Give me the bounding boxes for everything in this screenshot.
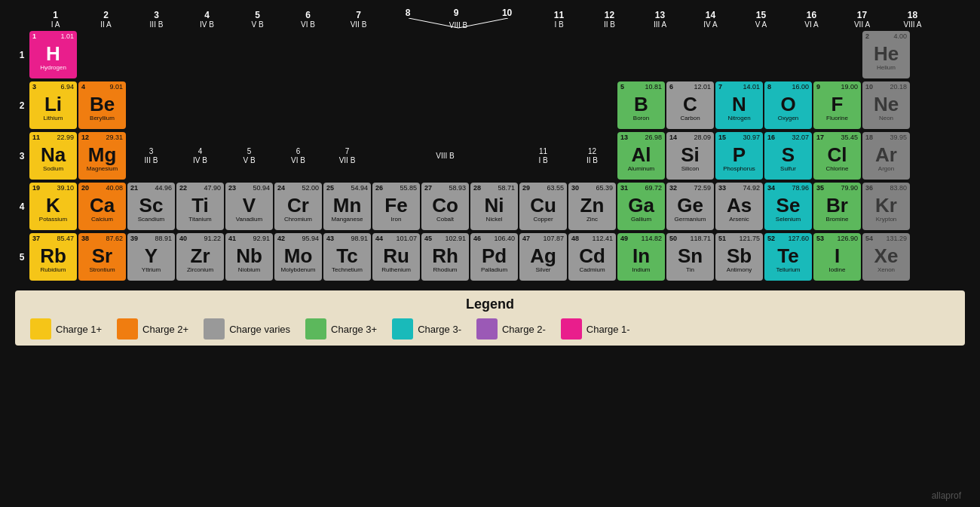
empty <box>372 31 420 78</box>
empty <box>568 31 616 78</box>
element-Br[interactable]: 3579.90 BrBromine <box>813 183 861 230</box>
empty <box>568 81 616 129</box>
group-header-13: 13 III A <box>635 10 684 29</box>
element-Sr[interactable]: 3887.62 SrStrontium <box>78 233 126 281</box>
element-Ag[interactable]: 47107.87 AgSilver <box>519 233 567 281</box>
empty <box>225 81 273 129</box>
legend-title: Legend <box>30 297 950 312</box>
element-As[interactable]: 3374.92 AsArsenic <box>715 183 763 230</box>
element-Rb[interactable]: 3785.47 RbRubidium <box>29 233 77 281</box>
group-label-ivb: 4IV B <box>176 132 224 180</box>
group-header-15: 15 V A <box>737 10 786 29</box>
group-header-7: 7 VII B <box>334 10 383 29</box>
empty <box>519 81 567 129</box>
group-label-vib: 6VI B <box>274 132 322 180</box>
group-header-12: 12 II B <box>585 10 634 29</box>
element-Zr[interactable]: 4091.22 ZrZirconium <box>176 233 224 281</box>
element-In[interactable]: 49114.82 InIndium <box>617 233 665 281</box>
legend-item-3: Charge 3+ <box>305 318 377 340</box>
element-Cr[interactable]: 2452.00 CrChromium <box>274 183 322 230</box>
empty <box>323 81 371 129</box>
empty <box>421 81 469 129</box>
empty <box>519 31 567 78</box>
element-N[interactable]: 7 14.01 N Nitrogen <box>715 81 763 129</box>
element-Rh[interactable]: 45102.91 RhRhodium <box>421 233 469 281</box>
element-Sb[interactable]: 51121.75 SbAntimony <box>715 233 763 281</box>
period-row-4: 4 1939.10 KPotassium 2040.08 CaCalcium 2… <box>15 182 965 231</box>
element-C[interactable]: 6 12.01 C Carbon <box>666 81 714 129</box>
element-O[interactable]: 8 16.00 O Oxygen <box>764 81 812 129</box>
element-Cl[interactable]: 17 35.45 Cl Chlorine <box>813 132 861 180</box>
element-Ca[interactable]: 2040.08 CaCalcium <box>78 183 126 230</box>
element-Nb[interactable]: 4192.91 NbNiobium <box>225 233 273 281</box>
group-header-18: 18 VIII A <box>888 10 937 29</box>
element-Ar[interactable]: 18 39.95 Ar Argon <box>862 132 910 180</box>
legend-item-6: Charge 1- <box>561 318 630 340</box>
element-Sn[interactable]: 50118.71 SnTin <box>666 233 714 281</box>
element-Ga[interactable]: 3169.72 GaGallium <box>617 183 665 230</box>
element-V[interactable]: 2350.94 VVanadium <box>225 183 273 230</box>
element-P[interactable]: 15 30.97 P Phosphorus <box>715 132 763 180</box>
legend-label-6: Charge 1- <box>586 324 630 335</box>
element-He[interactable]: 2 4.00 He Helium <box>862 31 910 78</box>
element-Kr[interactable]: 3683.80 KrKrypton <box>862 183 910 230</box>
element-I[interactable]: 53126.90 IIodine <box>813 233 861 281</box>
group-label-iiib: 3III B <box>127 132 175 180</box>
element-Al[interactable]: 13 26.98 Al Aluminum <box>617 132 665 180</box>
element-Be[interactable]: 4 9.01 Be Beryllium <box>78 81 126 129</box>
element-Fe[interactable]: 2655.85 FeIron <box>372 183 420 230</box>
element-Zn[interactable]: 3065.39 ZnZinc <box>568 183 616 230</box>
legend-label-2: Charge varies <box>229 324 290 335</box>
empty <box>421 31 469 78</box>
element-F[interactable]: 9 19.00 F Fluorine <box>813 81 861 129</box>
legend-item-1: Charge 2+ <box>117 318 188 340</box>
watermark: allaprof <box>932 490 961 501</box>
empty <box>372 81 420 129</box>
element-Cu[interactable]: 2963.55 CuCopper <box>519 183 567 230</box>
legend-swatch-gray <box>204 318 225 340</box>
group-header-6: 6 VI B <box>283 10 332 29</box>
element-Te[interactable]: 52127.60 TeTellurium <box>764 233 812 281</box>
element-Ru[interactable]: 44101.07 RuRuthenium <box>372 233 420 281</box>
legend-item-5: Charge 2- <box>476 318 546 340</box>
element-B[interactable]: 5 10.81 B Boron <box>617 81 665 129</box>
element-Tc[interactable]: 4398.91 TcTechnetium <box>323 233 371 281</box>
element-Co[interactable]: 2758.93 CoCobalt <box>421 183 469 230</box>
legend-swatch-teal <box>392 318 413 340</box>
element-Pd[interactable]: 46106.40 PdPalladium <box>470 233 518 281</box>
element-K[interactable]: 1939.10 KPotassium <box>29 183 77 230</box>
legend-swatch-green <box>305 318 326 340</box>
empty <box>715 31 763 78</box>
element-Si[interactable]: 14 28.09 Si Silicon <box>666 132 714 180</box>
legend-item-0: Charge 1+ <box>30 318 102 340</box>
legend-swatch-orange <box>117 318 138 340</box>
group-label-vb: 5V B <box>225 132 273 180</box>
element-Na[interactable]: 11 22.99 Na Sodium <box>29 132 77 180</box>
element-Mg[interactable]: 12 29.31 Mg Magnesium <box>78 132 126 180</box>
element-Cd[interactable]: 48112.41 CdCadmium <box>568 233 616 281</box>
group-header-17: 17 VII A <box>838 10 887 29</box>
legend-swatch-yellow <box>30 318 51 340</box>
element-Sc[interactable]: 2144.96 ScScandium <box>127 183 175 230</box>
element-Ti[interactable]: 2247.90 TiTitanium <box>176 183 224 230</box>
element-Li[interactable]: 3 6.94 Li Lithium <box>29 81 77 129</box>
element-Ge[interactable]: 3272.59 GeGermanium <box>666 183 714 230</box>
element-Mo[interactable]: 4295.94 MoMolybdenum <box>274 233 322 281</box>
empty <box>176 81 224 129</box>
group-label-viiib2: VIII B <box>421 132 469 180</box>
empty <box>225 31 273 78</box>
element-H[interactable]: 1 1.01 H Hydrogen <box>29 31 77 78</box>
element-Xe[interactable]: 54131.29 XeXenon <box>862 233 910 281</box>
element-S[interactable]: 16 32.07 S Sulfur <box>764 132 812 180</box>
element-Ne[interactable]: 10 20.18 Ne Neon <box>862 81 910 129</box>
group-header-3: 3 III B <box>132 10 181 29</box>
group-label-viib: 7VII B <box>323 132 371 180</box>
element-Ni[interactable]: 2858.71 NiNickel <box>470 183 518 230</box>
legend: Legend Charge 1+ Charge 2+ Charge varies… <box>15 290 965 346</box>
element-Mn[interactable]: 2554.94 MnManganese <box>323 183 371 230</box>
element-Y[interactable]: 3988.91 YYttrium <box>127 233 175 281</box>
legend-swatch-purple <box>476 318 498 340</box>
empty <box>813 31 861 78</box>
element-Se[interactable]: 3478.96 SeSelenium <box>764 183 812 230</box>
group-label-ib: 11I B <box>519 132 567 180</box>
